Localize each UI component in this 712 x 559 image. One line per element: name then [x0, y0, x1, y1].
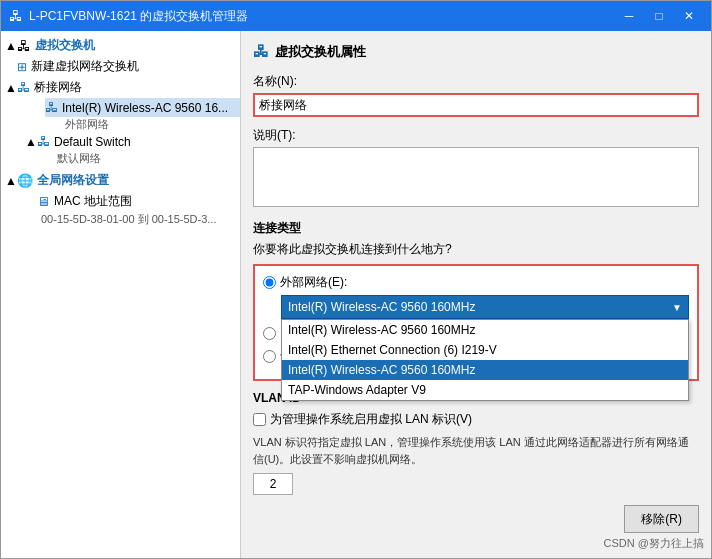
connection-type-group: 连接类型 你要将此虚拟交换机连接到什么地方? 外部网络(E): Intel(R)… — [253, 220, 699, 381]
intel-wireless-icon: 🖧 — [45, 100, 58, 115]
minimize-button[interactable]: ─ — [615, 5, 643, 27]
close-button[interactable]: ✕ — [675, 5, 703, 27]
vlan-id-input[interactable] — [253, 473, 293, 495]
vlan-checkbox[interactable] — [253, 413, 266, 426]
bridge-section-label: 桥接网络 — [34, 79, 82, 96]
panel-title-area: 🖧 虚拟交换机属性 — [253, 43, 699, 61]
spacer — [5, 60, 17, 74]
default-switch-sublabel: 默认网络 — [21, 151, 240, 166]
sidebar-item-mac[interactable]: 🖥 MAC 地址范围 00-15-5D-38-01-00 到 00-15-5D-… — [1, 191, 240, 227]
default-switch-label: Default Switch — [54, 135, 131, 149]
global-expand-icon: ▲ — [5, 174, 17, 188]
name-label: 名称(N): — [253, 73, 699, 90]
window-controls: ─ □ ✕ — [615, 5, 703, 27]
sidebar-action-new-switch[interactable]: ⊞ 新建虚拟网络交换机 — [1, 56, 240, 77]
window-title: L-PC1FVBNW-1621 的虚拟交换机管理器 — [29, 8, 248, 25]
dropdown-item-0[interactable]: Intel(R) Wireless-AC 9560 160MHz — [282, 320, 688, 340]
default-switch-row[interactable]: ▲ 🖧 Default Switch — [21, 132, 240, 151]
main-content: ▲ 🖧 虚拟交换机 ⊞ 新建虚拟网络交换机 ▲ 🖧 桥接网络 🖧 Int — [1, 31, 711, 558]
remove-button[interactable]: 移除(R) — [624, 505, 699, 533]
name-input[interactable] — [253, 93, 699, 117]
dropdown-item-1[interactable]: Intel(R) Ethernet Connection (6) I219-V — [282, 340, 688, 360]
expand-icon: ▲ — [5, 39, 17, 53]
panel-title-text: 虚拟交换机属性 — [275, 43, 366, 61]
mac-sublabel: 00-15-5D-38-01-00 到 00-15-5D-3... — [21, 212, 240, 227]
mac-spacer — [25, 195, 37, 209]
sidebar: ▲ 🖧 虚拟交换机 ⊞ 新建虚拟网络交换机 ▲ 🖧 桥接网络 🖧 Int — [1, 31, 241, 558]
intel-wireless-sublabel: 外部网络 — [45, 117, 240, 132]
vlan-checkbox-text: 为管理操作系统启用虚拟 LAN 标识(V) — [270, 411, 472, 428]
desc-field-group: 说明(T): — [253, 127, 699, 210]
new-switch-label: 新建虚拟网络交换机 — [31, 58, 139, 75]
default-switch-expand: ▲ — [25, 135, 37, 149]
new-switch-icon: ⊞ — [17, 60, 27, 74]
radio-external-input[interactable] — [263, 276, 276, 289]
bottom-actions: 移除(R) — [253, 505, 699, 533]
vlan-description: VLAN 标识符指定虚拟 LAN，管理操作系统使用该 LAN 通过此网络适配器进… — [253, 434, 699, 467]
sidebar-item-default-switch[interactable]: ▲ 🖧 Default Switch 默认网络 — [1, 132, 240, 166]
bridge-icon: 🖧 — [17, 80, 30, 95]
watermark: CSDN @努力往上搞 — [604, 536, 704, 551]
name-field-group: 名称(N): — [253, 73, 699, 117]
sidebar-subsection-bridge[interactable]: ▲ 🖧 桥接网络 — [1, 77, 240, 98]
desc-textarea[interactable] — [253, 147, 699, 207]
dropdown-selected-text: Intel(R) Wireless-AC 9560 160MHz — [288, 300, 475, 314]
title-bar: 🖧 L-PC1FVBNW-1621 的虚拟交换机管理器 ─ □ ✕ — [1, 1, 711, 31]
title-bar-left: 🖧 L-PC1FVBNW-1621 的虚拟交换机管理器 — [9, 8, 248, 25]
sidebar-section-global[interactable]: ▲ 🌐 全局网络设置 — [1, 170, 240, 191]
radio-external-text: 外部网络(E): — [280, 274, 347, 291]
global-icon: 🌐 — [17, 173, 33, 188]
sidebar-section-virtual-switch[interactable]: ▲ 🖧 虚拟交换机 — [1, 35, 240, 56]
vlan-section: VLAN ID 为管理操作系统启用虚拟 LAN 标识(V) VLAN 标识符指定… — [253, 391, 699, 495]
app-icon: 🖧 — [9, 8, 23, 24]
virtual-switch-section-label: 虚拟交换机 — [35, 37, 95, 54]
mac-row[interactable]: 🖥 MAC 地址范围 — [21, 191, 240, 212]
external-network-dropdown[interactable]: Intel(R) Wireless-AC 9560 160MHz ▼ Intel… — [281, 295, 689, 319]
intel-wireless-row[interactable]: 🖧 Intel(R) Wireless-AC 9560 16... — [45, 98, 240, 117]
dropdown-list: Intel(R) Wireless-AC 9560 160MHz Intel(R… — [281, 319, 689, 401]
mac-icon: 🖥 — [37, 194, 50, 209]
connection-type-box: 外部网络(E): Intel(R) Wireless-AC 9560 160MH… — [253, 264, 699, 381]
radio-external-group: 外部网络(E): Intel(R) Wireless-AC 9560 160MH… — [263, 274, 689, 319]
default-switch-icon: 🖧 — [37, 134, 50, 149]
dropdown-selected-display[interactable]: Intel(R) Wireless-AC 9560 160MHz ▼ — [281, 295, 689, 319]
main-window: 🖧 L-PC1FVBNW-1621 的虚拟交换机管理器 ─ □ ✕ ▲ 🖧 虚拟… — [0, 0, 712, 559]
connection-question: 你要将此虚拟交换机连接到什么地方? — [253, 241, 699, 258]
sidebar-item-intel-wireless[interactable]: 🖧 Intel(R) Wireless-AC 9560 16... 外部网络 — [1, 98, 240, 132]
desc-label: 说明(T): — [253, 127, 699, 144]
radio-internal-input[interactable] — [263, 327, 276, 340]
restore-button[interactable]: □ — [645, 5, 673, 27]
dropdown-item-3[interactable]: TAP-Windows Adapter V9 — [282, 380, 688, 400]
intel-wireless-label: Intel(R) Wireless-AC 9560 16... — [62, 101, 228, 115]
connection-section-title: 连接类型 — [253, 220, 699, 237]
radio-external-label[interactable]: 外部网络(E): — [263, 274, 689, 291]
radio-private-input[interactable] — [263, 350, 276, 363]
vlan-checkbox-label[interactable]: 为管理操作系统启用虚拟 LAN 标识(V) — [253, 411, 699, 428]
panel-title-icon: 🖧 — [253, 43, 269, 61]
bridge-expand-icon: ▲ — [5, 81, 17, 95]
right-panel: 🖧 虚拟交换机属性 名称(N): 说明(T): 连接类型 你要将此虚拟交换机连接… — [241, 31, 711, 558]
global-section-label: 全局网络设置 — [37, 172, 109, 189]
mac-label: MAC 地址范围 — [54, 193, 132, 210]
dropdown-arrow-icon: ▼ — [672, 302, 682, 313]
virtual-switch-icon: 🖧 — [17, 38, 31, 54]
dropdown-item-2[interactable]: Intel(R) Wireless-AC 9560 160MHz — [282, 360, 688, 380]
